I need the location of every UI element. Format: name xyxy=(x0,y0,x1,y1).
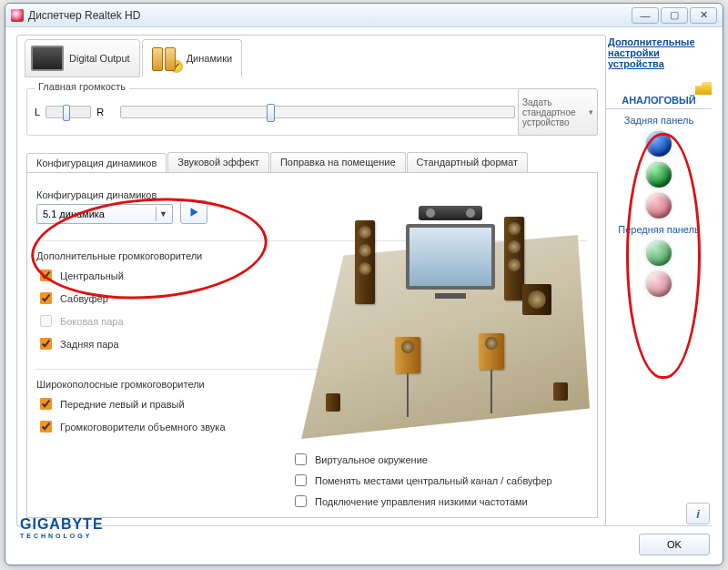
separator xyxy=(16,525,712,526)
advanced-settings-link[interactable]: Дополнительные настройки устройства xyxy=(608,36,710,69)
ok-button[interactable]: OK xyxy=(639,534,710,555)
maximize-button[interactable]: ▢ xyxy=(661,7,688,24)
rear-right-speaker-icon[interactable] xyxy=(553,382,568,401)
set-default-device-button[interactable]: Задать стандартное устройство ▾ xyxy=(518,88,598,136)
balance-right-label: R xyxy=(96,107,104,117)
rear-panel-label: Задняя панель xyxy=(606,115,712,126)
jack-rear-pink[interactable] xyxy=(646,193,672,219)
front-left-speaker-icon[interactable] xyxy=(355,220,375,304)
titlebar: Диспетчер Realtek HD — ▢ ✕ xyxy=(5,4,723,27)
speaker-layout-illustration xyxy=(289,184,590,439)
speaker-config-dropdown[interactable]: 5.1 динамика ▼ xyxy=(36,204,173,224)
play-icon xyxy=(187,206,200,219)
app-window: Диспетчер Realtek HD — ▢ ✕ Дополнительны… xyxy=(5,3,723,565)
tab-speakers[interactable]: ✔ Динамики xyxy=(142,39,242,77)
checkbox-swap-center-sub[interactable]: Поменять местами центральный канал / саб… xyxy=(291,472,592,489)
subtab-room-correction[interactable]: Поправка на помещение xyxy=(270,152,406,172)
center-speaker-icon[interactable] xyxy=(419,206,482,220)
surround-left-speaker-icon[interactable] xyxy=(395,337,420,373)
minimize-button[interactable]: — xyxy=(632,7,659,24)
tab-label: Digital Output xyxy=(69,53,130,64)
folder-icon[interactable] xyxy=(695,82,712,95)
subtab-default-format[interactable]: Стандартный формат xyxy=(407,152,528,172)
balance-left-label: L xyxy=(35,107,40,117)
balance-slider[interactable] xyxy=(46,106,91,118)
jack-rear-green[interactable] xyxy=(646,162,672,188)
tabpage-speaker-config: Конфигурация динамиков 5.1 динамика ▼ До… xyxy=(26,172,598,518)
receiver-icon xyxy=(31,46,64,71)
default-line1: Задать xyxy=(522,97,576,107)
checkbox-virtual-surround[interactable]: Виртуальное окружение xyxy=(291,451,592,468)
default-line2: стандартное xyxy=(522,107,576,117)
speakers-icon: ✔ xyxy=(148,46,181,71)
jack-front-pink[interactable] xyxy=(646,271,672,297)
rear-left-speaker-icon[interactable] xyxy=(326,393,340,412)
surround-right-speaker-icon[interactable] xyxy=(479,333,504,370)
subtab-speaker-config[interactable]: Конфигурация динамиков xyxy=(26,153,167,173)
default-line3: устройство xyxy=(522,117,576,127)
checkbox-bass-management[interactable]: Подключение управления низкими частотами xyxy=(291,493,592,510)
main-volume-group: Главная громкость L R xyxy=(26,88,554,136)
jack-rear-blue[interactable] xyxy=(646,131,672,157)
chevron-down-icon: ▼ xyxy=(156,207,170,221)
jack-front-green[interactable] xyxy=(646,240,672,266)
analog-panel: АНАЛОГОВЫЙ Задняя панель Передняя панель xyxy=(606,95,712,422)
info-button[interactable]: i xyxy=(686,503,710,524)
subwoofer-icon[interactable] xyxy=(522,284,551,315)
window-title: Диспетчер Realtek HD xyxy=(28,9,140,22)
analog-title: АНАЛОГОВЫЙ xyxy=(606,95,712,109)
dropdown-value: 5.1 динамика xyxy=(43,209,105,219)
tab-digital-output[interactable]: Digital Output xyxy=(25,39,140,77)
app-icon xyxy=(11,9,24,22)
front-panel-label: Передняя панель xyxy=(606,224,712,235)
main-panel: Digital Output ✔ Динамики Главная громко… xyxy=(16,35,606,526)
brand-logo: GIGABYTE TECHNOLOGY xyxy=(20,516,104,539)
subtab-sound-effect[interactable]: Звуковой эффект xyxy=(167,152,269,172)
chevron-down-icon: ▾ xyxy=(589,107,593,117)
volume-slider[interactable] xyxy=(120,106,515,118)
close-button[interactable]: ✕ xyxy=(690,7,717,24)
tv-icon xyxy=(406,224,495,290)
front-right-speaker-icon[interactable] xyxy=(504,217,524,300)
group-label: Главная громкость xyxy=(35,81,129,92)
test-play-button[interactable] xyxy=(180,200,207,224)
tab-label: Динамики xyxy=(187,53,232,64)
